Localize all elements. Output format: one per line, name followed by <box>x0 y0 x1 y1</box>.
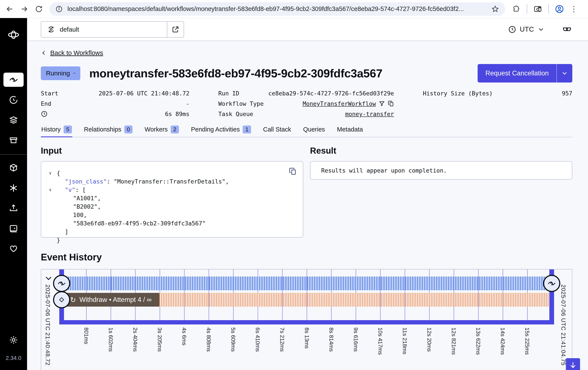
json-line: ] <box>49 228 295 236</box>
extensions-icon[interactable] <box>511 4 521 14</box>
status-badge[interactable]: Running ~ <box>41 66 80 80</box>
tab-label: Queries <box>303 126 325 133</box>
tab-queries[interactable]: Queries <box>303 123 326 137</box>
workflow-start-node[interactable] <box>53 275 70 292</box>
copy-icon[interactable] <box>289 167 297 175</box>
request-cancellation-label[interactable]: Request Cancellation <box>478 64 556 83</box>
detail-task-queue: Task Queue money-transfer <box>218 109 394 119</box>
detail-label: Run ID <box>218 90 240 97</box>
sidebar-item-batch-operations[interactable] <box>3 113 24 127</box>
namespace-icon <box>47 25 55 34</box>
labs-mode-icon[interactable] <box>562 25 572 34</box>
result-heading: Result <box>310 146 573 156</box>
address-bar[interactable]: localhost:8080/namespaces/default/workfl… <box>49 2 505 16</box>
namespace-name: default <box>60 26 79 33</box>
workflow-type-link[interactable]: MoneyTransferWorkflow <box>303 100 376 107</box>
chevron-down-icon <box>537 26 545 33</box>
detail-run-id: Run ID ce8eba29-574c-4727-9726-fc56ed03f… <box>218 88 394 98</box>
axis-tick: 9s 616ms <box>352 327 359 352</box>
tab-badge: 1 <box>243 125 251 133</box>
axis-tick: 801ms <box>83 327 90 344</box>
browser-forward-button[interactable] <box>19 4 29 14</box>
timezone-label: UTC <box>520 25 534 33</box>
chevron-left-icon <box>41 50 47 56</box>
result-placeholder: Results will appear upon completion. <box>321 167 447 174</box>
json-line: "json_class": "MoneyTransfer::TransferDe… <box>49 177 295 186</box>
tab-metadata[interactable]: Metadata <box>336 123 363 137</box>
theme-toggle[interactable] <box>3 333 24 347</box>
namespace-selector[interactable]: default <box>41 21 184 38</box>
detail-label: Start <box>41 90 58 97</box>
axis-tick: 3s 205ms <box>156 327 163 352</box>
tab-badge: 5 <box>63 125 72 133</box>
url-text[interactable]: localhost:8080/namespaces/default/workfl… <box>67 5 487 12</box>
detail-value: 957 <box>562 90 572 97</box>
filter-icon[interactable] <box>379 100 385 107</box>
sidebar-item-import[interactable] <box>3 201 24 215</box>
activity-label-text: Withdraw • Attempt 4 / ∞ <box>79 296 152 304</box>
sidebar-item-archival[interactable] <box>3 133 24 147</box>
tab-label: Call Stack <box>263 126 291 133</box>
activity-node[interactable] <box>53 291 70 308</box>
browser-menu-icon[interactable]: ⋮ <box>570 4 578 13</box>
cancel-options-caret[interactable] <box>556 64 572 83</box>
search-tabs-icon[interactable] <box>533 4 543 14</box>
browser-reload-button[interactable] <box>34 4 44 14</box>
tab-label: Workers <box>145 126 168 133</box>
json-line: "B2002", <box>49 202 295 211</box>
axis-tick: 1s 602ms <box>107 327 114 352</box>
scroll-to-end-button[interactable] <box>566 358 580 370</box>
activity-label[interactable]: ↻ Withdraw • Attempt 4 / ∞ <box>65 293 159 307</box>
tab-badge: 2 <box>171 125 179 133</box>
site-info-icon[interactable] <box>55 5 63 13</box>
event-history-timeline: ↻ Withdraw • Attempt 4 / ∞ <box>41 269 572 370</box>
sidebar-item-nexus[interactable] <box>3 181 24 195</box>
tab-badge: 0 <box>124 125 133 133</box>
browser-back-button[interactable] <box>5 4 15 14</box>
workflow-execution-span[interactable] <box>65 277 549 290</box>
detail-label: History Size (Bytes) <box>423 90 493 97</box>
axis-tick: 10s 417ms <box>377 327 384 355</box>
retry-icon: ↻ <box>70 296 76 303</box>
axis-tick: 8s 814ms <box>328 327 335 352</box>
input-heading: Input <box>41 146 303 156</box>
detail-workflow-type: Workflow Type MoneyTransferWorkflow <box>218 98 394 109</box>
sidebar-item-namespaces[interactable] <box>3 161 24 175</box>
tab-workers[interactable]: Workers 2 <box>144 123 179 137</box>
tab-relationships[interactable]: Relationships 0 <box>84 123 133 137</box>
tab-history[interactable]: History 5 <box>41 123 72 137</box>
collapse-chevron-icon[interactable]: ∨ <box>49 169 57 177</box>
detail-label: Task Queue <box>218 111 253 117</box>
axis-tick: 14s 424ms <box>499 327 506 355</box>
toolbar-divider <box>526 4 527 14</box>
axis-tick: 11s 218ms <box>401 327 408 354</box>
axis-tick: 8s 13ms <box>304 327 310 348</box>
timeline-collapse-chevron[interactable] <box>44 274 53 283</box>
json-line: 100, <box>49 211 295 219</box>
json-line: } <box>49 236 295 244</box>
sidebar-item-feedback[interactable] <box>3 241 24 256</box>
sidebar-divider <box>0 154 27 155</box>
tab-pending-activities[interactable]: Pending Activities 1 <box>190 123 252 137</box>
profile-icon[interactable] <box>555 4 564 14</box>
input-section: Input ∨ { "json_class": " <box>41 146 303 238</box>
tab-call-stack[interactable]: Call Stack <box>263 123 292 137</box>
axis-tick: 4s 808ms <box>205 327 212 352</box>
toolbar-divider <box>548 4 549 14</box>
namespace-open-button[interactable] <box>167 22 184 37</box>
sidebar-item-workflows[interactable] <box>3 73 24 87</box>
copy-icon[interactable] <box>388 100 394 107</box>
task-queue-link[interactable]: money-transfer <box>345 111 394 117</box>
bookmark-star-icon[interactable] <box>491 5 499 13</box>
axis-tick: 5s 609ms <box>230 327 236 352</box>
detail-label: Workflow Type <box>218 100 264 107</box>
request-cancellation-button[interactable]: Request Cancellation <box>478 64 572 83</box>
detail-value: 6s 89ms <box>165 111 189 117</box>
sidebar-item-schedules[interactable] <box>3 93 24 107</box>
sidebar-item-docs[interactable] <box>3 221 24 236</box>
back-to-workflows-link[interactable]: Back to Workflows <box>41 49 103 56</box>
axis-tick: 2s 404ms <box>132 327 138 352</box>
collapse-chevron-icon[interactable]: ∨ <box>49 186 57 194</box>
timezone-selector[interactable]: UTC <box>508 25 545 33</box>
workflow-latest-node[interactable] <box>543 275 560 292</box>
